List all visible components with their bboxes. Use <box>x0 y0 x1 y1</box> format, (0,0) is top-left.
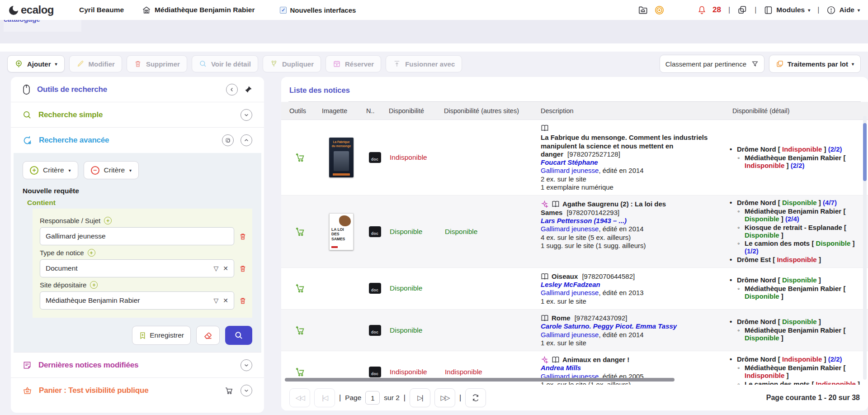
publisher-link[interactable]: Gallimard jeunesse <box>541 167 599 174</box>
add-button[interactable]: Ajouter▾ <box>7 55 65 72</box>
author-link[interactable]: Andrea Mills <box>541 364 722 372</box>
row-availability-other-sites: Indisponible <box>441 368 538 376</box>
add-to-basket-icon[interactable] <box>295 283 306 293</box>
copies-count-link[interactable]: (4/7) <box>823 199 837 206</box>
vertical-scrollbar[interactable] <box>863 116 867 380</box>
section-simple-search[interactable]: Recherche simple <box>11 102 264 128</box>
availability-status: Indisponible <box>777 256 816 263</box>
reserve-button[interactable]: Réserver <box>326 55 381 72</box>
site-name: Drôme Nord <box>737 318 776 325</box>
filter-funnel-icon[interactable]: ▽ <box>213 297 218 304</box>
book-icon <box>552 200 560 208</box>
new-interfaces-toggle[interactable]: ✓ Nouvelles interfaces <box>280 6 356 14</box>
tab-separator-strip <box>0 43 868 52</box>
remove-field-trash-icon[interactable] <box>239 264 247 273</box>
refresh-button[interactable] <box>465 388 486 407</box>
publisher-link[interactable]: Gallimard jeunesse <box>541 225 599 233</box>
notice-row[interactable]: docDisponibleOiseaux[9782070644582]Lesle… <box>281 268 868 310</box>
add-field-icon[interactable]: + <box>104 217 112 224</box>
fast-backward-button[interactable]: ◁◁ <box>289 388 310 407</box>
edit-button[interactable]: Modifier <box>69 55 122 72</box>
add-field-icon[interactable]: + <box>88 249 95 257</box>
author-link[interactable]: Foucart Stéphane <box>541 158 722 167</box>
clear-field-icon[interactable]: ✕ <box>223 297 228 304</box>
library-selector[interactable]: Médiathèque Benjamin Rabier <box>142 5 255 14</box>
collapse-panel-button[interactable] <box>226 84 238 95</box>
remove-field-trash-icon[interactable] <box>239 296 247 305</box>
edit-label: Modifier <box>89 60 115 68</box>
sort-select[interactable]: Classement par pertinence <box>660 55 764 73</box>
responsible-subject-input[interactable]: Gallimard jeunesse <box>40 227 234 245</box>
add-to-basket-icon[interactable] <box>295 325 306 335</box>
link-windows-icon[interactable] <box>737 5 747 15</box>
checkbox-checked-icon[interactable]: ✓ <box>280 7 287 14</box>
column-availability-other: Disponibilité (autres sites) <box>441 107 538 114</box>
broadcast-icon[interactable] <box>654 5 665 15</box>
notifications-count[interactable]: 28 <box>712 5 721 14</box>
add-to-basket-icon[interactable] <box>295 153 306 162</box>
merge-button[interactable]: Fusionner avec <box>386 55 462 72</box>
horizontal-scrollbar[interactable] <box>285 378 675 382</box>
author-link[interactable]: Lars Pettersson (1943 – ...) <box>541 217 722 225</box>
scrollbar-thumb[interactable] <box>863 123 867 181</box>
open-window-button[interactable] <box>222 134 234 146</box>
remove-criterion-button[interactable]: − Critère▾ <box>84 161 139 179</box>
filter-funnel-icon[interactable]: ▽ <box>213 265 218 272</box>
author-link[interactable]: Lesley McFadzean <box>541 281 722 289</box>
expand-basket-button[interactable] <box>241 385 252 396</box>
notice-type-input[interactable]: Document ▽ ✕ <box>40 259 234 277</box>
book-cover-thumbnail[interactable]: LA LOIDES SAMES <box>329 213 354 250</box>
notice-row[interactable]: docDisponibleRome[9782742437092]Carole S… <box>281 310 868 351</box>
folder-cloud-icon[interactable] <box>638 5 648 15</box>
book-icon <box>541 273 549 280</box>
save-query-button[interactable]: Enregistrer <box>132 326 191 345</box>
search-icon <box>234 331 243 340</box>
page-input[interactable]: 1 <box>365 391 380 405</box>
run-search-button[interactable] <box>225 326 252 345</box>
clear-form-button[interactable] <box>196 326 220 345</box>
add-field-icon[interactable]: + <box>90 281 98 289</box>
copies-count-link[interactable]: (2/2) <box>828 355 842 363</box>
delete-button[interactable]: Supprimer <box>127 55 187 72</box>
author-link[interactable]: Carole Saturno. Peggy Picot. Emma Tassy <box>541 322 722 330</box>
publisher-link[interactable]: Gallimard jeunesse <box>541 289 599 296</box>
copies-count-link[interactable]: (2/2) <box>828 145 842 153</box>
user-name[interactable]: Cyril Beaume <box>79 6 124 14</box>
pin-icon[interactable] <box>245 85 252 94</box>
modules-label: Modules <box>776 6 805 14</box>
chevron-up-icon <box>244 138 249 143</box>
copies-count-link[interactable]: (2/4) <box>785 215 799 223</box>
duplicate-button[interactable]: Dupliquer <box>263 55 321 72</box>
section-recent-notices[interactable]: Dernières notices modifiées <box>11 353 264 378</box>
notice-title: Animaux en danger ! <box>562 356 629 363</box>
copies-count-link[interactable]: (2/2) <box>791 162 805 169</box>
modules-menu[interactable]: Modules ▾ <box>764 5 810 15</box>
add-to-basket-icon[interactable] <box>295 367 306 377</box>
collapse-advanced-search-button[interactable] <box>241 134 252 146</box>
next-page-button[interactable]: ▷| <box>410 388 430 407</box>
fast-forward-button[interactable]: ▷▷ <box>434 388 455 407</box>
expand-recent-notices-button[interactable] <box>241 359 252 371</box>
expand-simple-search-button[interactable] <box>241 109 252 121</box>
book-cover-thumbnail[interactable]: La Fabriquedu mensonge <box>329 138 354 177</box>
clear-field-icon[interactable]: ✕ <box>223 265 228 272</box>
remove-field-trash-icon[interactable] <box>239 232 247 241</box>
view-detail-button[interactable]: Voir le détail <box>192 55 258 72</box>
publisher-link[interactable]: Gallimard jeunesse <box>541 331 599 339</box>
help-menu[interactable]: Aide ▾ <box>826 5 860 15</box>
batch-processing-button[interactable]: Traitements par lot▾ <box>769 55 861 73</box>
add-criterion-button[interactable]: + Critère▾ <box>23 161 78 179</box>
cart-icon[interactable] <box>224 386 234 395</box>
column-type: N.. <box>363 107 386 114</box>
notice-row[interactable]: La Fabriquedu mensongedocIndisponibleLa … <box>281 120 868 196</box>
notifications-bell-icon[interactable] <box>697 5 707 15</box>
add-to-basket-icon[interactable] <box>295 227 306 237</box>
bookmark-plus-icon <box>139 331 146 340</box>
section-advanced-search[interactable]: Recherche avancée <box>11 128 264 153</box>
first-page-button[interactable]: |◁ <box>314 388 335 407</box>
copies-count-link[interactable]: (1/2) <box>745 247 759 255</box>
deposit-site-input[interactable]: Médiathèque Benjamin Rabier ▽ ✕ <box>40 291 234 310</box>
notice-row[interactable]: LA LOIDES SAMESdocDisponibleDisponibleAg… <box>281 196 868 267</box>
edition-info: , édité en 2014 <box>599 167 643 174</box>
section-basket[interactable]: Panier : Test visibilité publique <box>11 378 264 403</box>
